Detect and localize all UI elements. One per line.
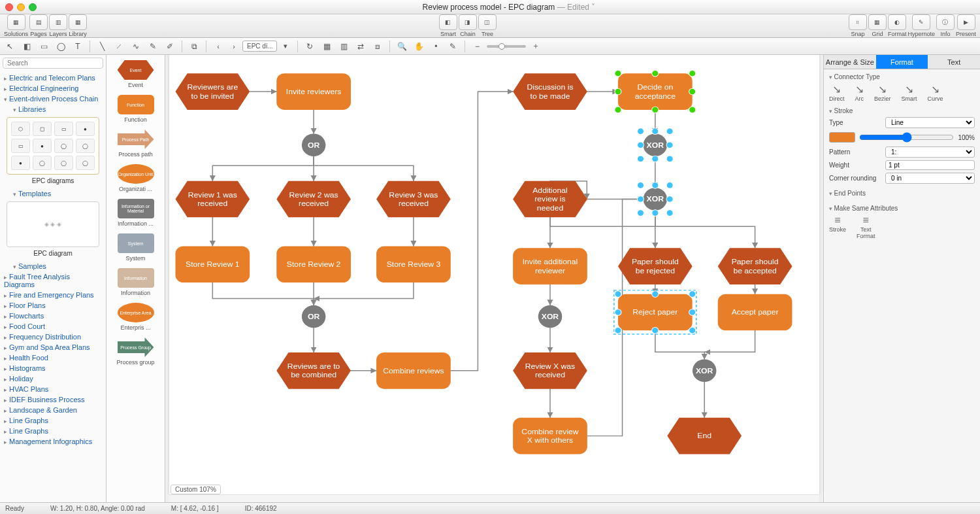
nav-back-icon[interactable]: ‹ (211, 40, 225, 53)
solutions-button[interactable]: ▦ (7, 14, 25, 30)
stroke-type-select[interactable]: Line (885, 117, 975, 128)
minimize-icon[interactable] (17, 3, 25, 11)
zoom-readout[interactable]: Custom 107% (171, 485, 221, 494)
sidebar-item[interactable]: Flowcharts (4, 311, 102, 321)
eyedropper-tool-icon[interactable]: ✐ (163, 40, 177, 53)
sidebar-item[interactable]: Health Food (4, 352, 102, 363)
zoom-in-icon[interactable]: ＋ (529, 40, 543, 53)
smart-button[interactable]: ◧ (439, 14, 457, 30)
eyedrop2-tool-icon[interactable]: ✎ (446, 40, 460, 53)
palette-item[interactable]: InformationInformation (109, 268, 162, 296)
page-dropdown-icon[interactable]: ▾ (278, 40, 293, 53)
sidebar-item[interactable]: Frequency Distribution (4, 332, 102, 342)
sidebar-item[interactable]: Fault Tree Analysis Diagrams (4, 271, 102, 290)
maximize-icon[interactable] (29, 3, 37, 11)
sidebar-item[interactable]: Line Graphs (4, 426, 102, 436)
horizontal-scrollbar[interactable] (169, 494, 819, 502)
connector-type-smart[interactable]: ↘Smart (902, 83, 917, 102)
palette-item[interactable]: FunctionFunction (109, 95, 162, 123)
sidebar-item[interactable]: Electric and Telecom Plans (4, 73, 102, 83)
grid-button[interactable]: ▦ (868, 14, 887, 30)
inspector-tab[interactable]: Arrange & Size (824, 55, 876, 69)
spline-tool-icon[interactable]: ∿ (129, 40, 143, 53)
diagram-canvas[interactable]: Reviewers areto be invitedReview 1 wasre… (169, 55, 819, 494)
sidebar-item[interactable]: Gym and Spa Area Plans (4, 342, 102, 352)
same-attr-button[interactable]: ≡Stroke (829, 214, 846, 239)
connector-type-direct[interactable]: ↘Direct (829, 83, 845, 102)
same-attr-button[interactable]: ≡TextFormat (857, 214, 875, 239)
select-tool-icon[interactable]: ◧ (20, 40, 34, 53)
palette-item[interactable]: EventEvent (109, 60, 162, 88)
sidebar-samples-header[interactable]: Samples (4, 261, 102, 271)
palette-item[interactable]: SystemSystem (109, 233, 162, 262)
pattern-label: Pattern (829, 148, 881, 156)
group-tool-icon[interactable]: ⧈ (370, 40, 385, 53)
hand-tool-icon[interactable]: ✋ (412, 40, 426, 53)
align-tool-icon[interactable]: ▦ (319, 40, 334, 53)
info-button[interactable]: ⓘ (936, 14, 955, 30)
library-thumbnails[interactable]: ⬡▢▭●▭●◯◯●◯◯◯ (7, 117, 99, 175)
page-tab[interactable]: EPC di... (242, 41, 277, 52)
rect-tool-icon[interactable]: ▭ (37, 40, 51, 53)
sidebar-item[interactable]: HVAC Plans (4, 384, 102, 394)
inspector-tab[interactable]: Format (876, 55, 928, 69)
arc-tool-icon[interactable]: ⟋ (112, 40, 126, 53)
zoom-tool-icon[interactable]: 🔍 (395, 40, 409, 53)
pages-button[interactable]: ▤ (29, 14, 48, 30)
template-caption: EPC diagram (4, 250, 102, 257)
sidebar-item[interactable]: Landscape & Garden (4, 405, 102, 415)
crop-tool-icon[interactable]: ⧉ (187, 40, 201, 53)
sidebar-templates-header[interactable]: Templates (4, 188, 102, 199)
ellipse-tool-icon[interactable]: ◯ (54, 40, 68, 53)
connector-type-bezier[interactable]: ↘Bezier (874, 83, 891, 102)
tree-button[interactable]: ◫ (478, 14, 497, 30)
connector-type-curve[interactable]: ↘Curve (928, 83, 943, 102)
pen-tool-icon[interactable]: ✎ (146, 40, 160, 53)
sidebar-item[interactable]: Food Court (4, 321, 102, 332)
palette-item[interactable]: Process GroupProcess group (109, 337, 162, 366)
sidebar-item[interactable]: Holiday (4, 373, 102, 384)
flip-tool-icon[interactable]: ⇄ (353, 40, 368, 53)
template-thumbnail[interactable]: ◈ ◈ ◈ (7, 201, 99, 247)
text-tool-icon[interactable]: T (71, 40, 85, 53)
rotate-tool-icon[interactable]: ↻ (302, 40, 317, 53)
sidebar-item[interactable]: Fire and Emergency Plans (4, 290, 102, 300)
sidebar-item[interactable]: Floor Plans (4, 300, 102, 311)
svg-point-54 (652, 328, 659, 334)
connector-type-arc[interactable]: ↘Arc (855, 83, 864, 102)
person-tool-icon[interactable]: • (429, 40, 443, 53)
format-button[interactable]: ◐ (888, 14, 906, 30)
stroke-opacity-slider[interactable] (859, 131, 954, 144)
inspector-tab[interactable]: Text (928, 55, 980, 69)
palette-item[interactable]: Organization UnitOrganizati ... (109, 164, 162, 192)
layers-button[interactable]: ▥ (49, 14, 67, 30)
palette-item[interactable]: Enterprise AreaEnterpris ... (109, 303, 162, 331)
sidebar-item[interactable]: Electrical Engineering (4, 83, 102, 94)
pattern-select[interactable]: 1: (885, 146, 975, 158)
weight-input[interactable] (885, 160, 975, 170)
zoom-slider[interactable]: − ＋ (470, 40, 543, 53)
line-tool-icon[interactable]: ╲ (95, 40, 109, 53)
sidebar-item[interactable]: Line Graphs (4, 415, 102, 426)
library-button[interactable]: ▦ (69, 14, 87, 30)
snap-button[interactable]: ⌗ (849, 14, 867, 30)
present-button[interactable]: ▶ (957, 14, 975, 30)
sidebar-item[interactable]: IDEF Business Process (4, 394, 102, 405)
corner-select[interactable]: 0 in (885, 173, 975, 184)
sidebar-item[interactable]: Event-driven Process Chain (4, 94, 102, 104)
zoom-out-icon[interactable]: − (470, 40, 484, 53)
close-icon[interactable] (5, 3, 13, 11)
search-input[interactable] (3, 58, 103, 69)
stroke-color-swatch[interactable] (829, 132, 855, 143)
distribute-tool-icon[interactable]: ▥ (336, 40, 351, 53)
sidebar-libraries-header[interactable]: Libraries (4, 104, 102, 114)
sidebar-item[interactable]: Histograms (4, 363, 102, 373)
nav-fwd-icon[interactable]: › (227, 40, 241, 53)
svg-text:Store Review 3: Store Review 3 (387, 260, 441, 269)
palette-item[interactable]: Information or MaterialInformation ... (109, 199, 162, 227)
palette-item[interactable]: Process PathProcess path (109, 129, 162, 158)
pointer-tool-icon[interactable]: ↖ (3, 40, 17, 53)
sidebar-item[interactable]: Management Infographics (4, 436, 102, 447)
chain-button[interactable]: ◨ (459, 14, 477, 30)
hypernote-button[interactable]: ✎ (912, 14, 930, 30)
